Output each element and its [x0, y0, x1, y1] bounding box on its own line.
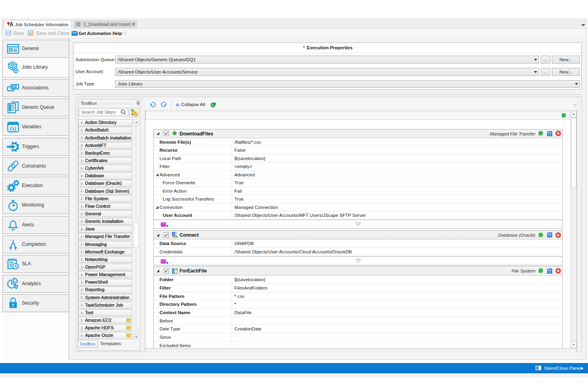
svg-text:x: x	[31, 33, 33, 35]
svg-text:(x): (x)	[10, 126, 16, 132]
